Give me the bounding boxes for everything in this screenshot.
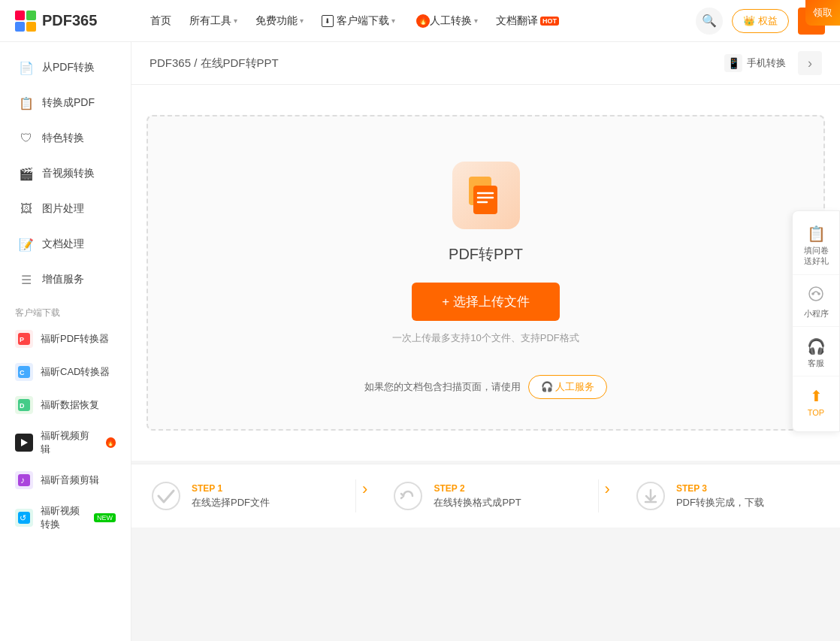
doc-icon: 📝 bbox=[18, 236, 35, 252]
hot-badge: HOT bbox=[540, 17, 559, 26]
svg-point-21 bbox=[809, 287, 823, 301]
special-icon: 🛡 bbox=[18, 130, 35, 147]
svg-text:C: C bbox=[20, 369, 25, 376]
image-icon: 🖼 bbox=[18, 201, 35, 217]
nav-tools[interactable]: 所有工具 ▾ bbox=[182, 0, 245, 42]
client-data-icon: D bbox=[15, 396, 33, 414]
pdf-ppt-icon-wrapper bbox=[452, 162, 520, 229]
step-1-icon bbox=[150, 479, 183, 512]
customer-service-icon: 🎧 bbox=[807, 337, 826, 355]
step-3-icon bbox=[634, 479, 667, 512]
svg-rect-13 bbox=[473, 186, 497, 214]
step-2-icon bbox=[391, 479, 425, 512]
client-cad-icon: C bbox=[15, 363, 33, 381]
main-layout: 📄 从PDF转换 📋 转换成PDF 🛡 特色转换 🎬 音视频转换 🖼 图片处理 … bbox=[0, 42, 840, 641]
top-icon: ⬆ bbox=[810, 387, 823, 405]
step-3-label: STEP 3 bbox=[676, 483, 764, 494]
sidebar-client-video-convert[interactable]: ↺ 福昕视频转换 NEW bbox=[0, 497, 131, 539]
nav-download[interactable]: ⬇ 客户端下载 ▾ bbox=[314, 0, 403, 42]
step-2-label: STEP 2 bbox=[434, 483, 521, 494]
nav-home[interactable]: 首页 bbox=[143, 0, 179, 42]
logo-area[interactable]: PDF365 bbox=[15, 11, 120, 32]
mobile-icon: 📱 bbox=[724, 54, 742, 72]
search-button[interactable]: 🔍 bbox=[696, 8, 723, 35]
download-box-icon: ⬇ bbox=[322, 15, 334, 27]
svg-text:↺: ↺ bbox=[20, 513, 26, 522]
logo-icon bbox=[15, 11, 36, 32]
sidebar-item-image[interactable]: 🖼 图片处理 bbox=[3, 192, 128, 226]
upload-button[interactable]: + 选择上传文件 bbox=[412, 283, 560, 321]
step-1-label: STEP 1 bbox=[192, 483, 270, 494]
sidebar-item-doc[interactable]: 📝 文档处理 bbox=[3, 227, 128, 262]
customer-service-button[interactable]: 🎧 客服 bbox=[793, 330, 839, 376]
manual-service-row: 如果您的文档包含扫描页面，请使用 🎧 人工服务 bbox=[364, 375, 608, 399]
step-1: STEP 1 在线选择PDF文件 bbox=[131, 479, 356, 512]
vip-icon: ☰ bbox=[18, 271, 35, 288]
to-pdf-icon: 📋 bbox=[18, 95, 35, 111]
step-1-desc: 在线选择PDF文件 bbox=[192, 496, 270, 509]
upload-hint: 一次上传最多支持10个文件、支持PDF格式 bbox=[392, 331, 579, 345]
sidebar-item-av[interactable]: 🎬 音视频转换 bbox=[3, 156, 128, 191]
sidebar: 📄 从PDF转换 📋 转换成PDF 🛡 特色转换 🎬 音视频转换 🖼 图片处理 … bbox=[0, 42, 131, 641]
arrow-icon: ▾ bbox=[391, 17, 395, 25]
survey-icon: 📋 bbox=[807, 225, 826, 243]
new-badge: NEW bbox=[94, 513, 116, 522]
logo-text: PDF365 bbox=[42, 12, 97, 29]
quanyi-button[interactable]: 👑 权益 bbox=[732, 9, 789, 33]
sidebar-client-audio-edit[interactable]: ♪ 福昕音频剪辑 bbox=[0, 464, 131, 497]
sidebar-item-to-pdf[interactable]: 📋 转换成PDF bbox=[3, 86, 128, 120]
client-audio-edit-icon: ♪ bbox=[15, 471, 33, 489]
step-arrow-2: › bbox=[599, 479, 616, 499]
step-arrow-1: › bbox=[356, 479, 373, 499]
av-icon: 🎬 bbox=[18, 165, 35, 182]
miniapp-button[interactable]: 小程序 bbox=[793, 278, 839, 327]
survey-label: 填问卷送好礼 bbox=[804, 245, 829, 267]
from-pdf-icon: 📄 bbox=[18, 59, 35, 76]
manual-service-button[interactable]: 🎧 人工服务 bbox=[528, 375, 608, 399]
arrow-icon: ▾ bbox=[474, 17, 478, 25]
survey-button[interactable]: 📋 填问卷送好礼 bbox=[793, 217, 839, 275]
top-nav: PDF365 首页 所有工具 ▾ 免费功能 ▾ ⬇ 客户端下载 ▾ 🔥 人工转换… bbox=[0, 0, 840, 42]
sidebar-client-data[interactable]: D 福昕数据恢复 bbox=[0, 389, 131, 422]
miniapp-label: 小程序 bbox=[804, 308, 829, 319]
step-2-desc: 在线转换格式成PPT bbox=[434, 496, 521, 509]
manual-hint: 如果您的文档包含扫描页面，请使用 bbox=[364, 380, 521, 394]
nav-free[interactable]: 免费功能 ▾ bbox=[248, 0, 311, 42]
client-pdf-icon: P bbox=[15, 330, 33, 348]
more-icon: › bbox=[808, 56, 812, 71]
miniapp-icon bbox=[808, 286, 824, 306]
breadcrumb-right: 📱 手机转换 › bbox=[724, 51, 822, 75]
top-button[interactable]: ⬆ TOP bbox=[793, 379, 839, 425]
sidebar-item-special[interactable]: 🛡 特色转换 bbox=[3, 121, 128, 156]
client-section-title: 客户端下载 bbox=[0, 298, 131, 322]
mobile-convert-button[interactable]: 📱 手机转换 bbox=[724, 54, 786, 72]
right-float-panel: 📋 填问卷送好礼 小程序 🎧 客服 ⬆ TOP bbox=[792, 210, 840, 432]
sidebar-client-video-edit[interactable]: 福昕视频剪辑 🔥 bbox=[0, 422, 131, 464]
fire-badge: 🔥 bbox=[106, 437, 116, 448]
nav-items: 首页 所有工具 ▾ 免费功能 ▾ ⬇ 客户端下载 ▾ 🔥 人工转换 ▾ 文档翻译… bbox=[143, 0, 696, 42]
nav-manual[interactable]: 🔥 人工转换 ▾ bbox=[406, 0, 485, 42]
breadcrumb: PDF365 / 在线PDF转PPT bbox=[150, 56, 279, 71]
step-3-desc: PDF转换完成，下载 bbox=[676, 496, 764, 509]
quanyi-icon: 👑 bbox=[743, 15, 755, 26]
top-label: TOP bbox=[808, 407, 824, 418]
svg-point-18 bbox=[394, 482, 422, 509]
sidebar-item-from-pdf[interactable]: 📄 从PDF转换 bbox=[3, 50, 128, 85]
svg-text:P: P bbox=[20, 336, 24, 343]
lingqu-button[interactable]: 领取 bbox=[805, 0, 840, 26]
sidebar-item-vip[interactable]: ☰ 增值服务 bbox=[3, 262, 128, 297]
arrow-icon: ▾ bbox=[300, 17, 304, 25]
more-button[interactable]: › bbox=[798, 51, 822, 75]
nav-translate[interactable]: 文档翻译 HOT bbox=[488, 0, 567, 42]
upload-section: PDF转PPT + 选择上传文件 一次上传最多支持10个文件、支持PDF格式 如… bbox=[131, 85, 840, 461]
arrow-icon: ▾ bbox=[234, 17, 237, 25]
sidebar-client-pdf[interactable]: P 福昕PDF转换器 bbox=[0, 322, 131, 355]
fire-icon: 🔥 bbox=[416, 14, 430, 28]
step-2: STEP 2 在线转换格式成PPT bbox=[373, 479, 598, 512]
client-video-convert-icon: ↺ bbox=[15, 509, 33, 527]
upload-zone[interactable]: PDF转PPT + 选择上传文件 一次上传最多支持10个文件、支持PDF格式 如… bbox=[147, 115, 825, 431]
customer-service-label: 客服 bbox=[808, 358, 824, 368]
content-area: PDF365 / 在线PDF转PPT 📱 手机转换 › bbox=[131, 42, 840, 641]
sidebar-client-cad[interactable]: C 福昕CAD转换器 bbox=[0, 355, 131, 389]
svg-text:D: D bbox=[20, 402, 25, 410]
